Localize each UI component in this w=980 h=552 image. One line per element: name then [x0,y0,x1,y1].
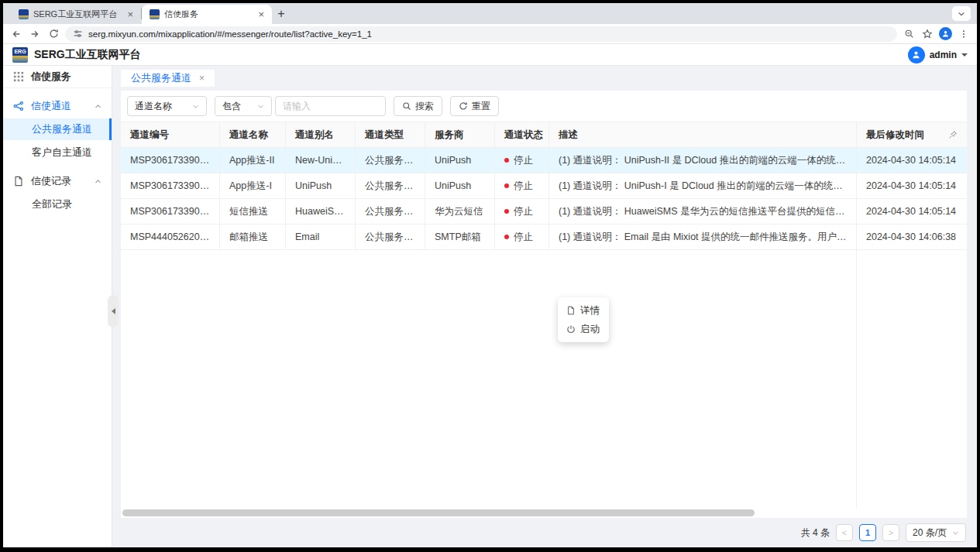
chevron-down-icon [192,103,199,110]
prev-page-button[interactable]: < [836,524,853,541]
channel-table: 通道编号 通道名称 通道别名 通道类型 服务商 通道状态 描述 最后修改时间 [121,122,967,518]
sidebar-item-public-channel[interactable]: 公共服务通道 [3,118,112,140]
cell-description: (1) 通道说明： UniPush-II 是 DCloud 推出的前端的云端一体… [549,148,857,173]
browser-tab-messenger[interactable]: 信使服务 × [142,5,272,24]
tab-close-icon[interactable]: × [126,9,135,19]
filter-bar: 通道名称 包含 搜索 重置 [121,91,967,122]
app-header: ERG SERG工业互联网平台 admin [3,44,977,66]
file-icon [13,176,24,187]
page-tab-close-icon[interactable]: × [199,73,205,84]
filter-field-select[interactable]: 通道名称 [127,96,207,116]
row-context-menu: 详情 启动 [558,297,609,342]
share-branch-icon [13,101,24,111]
sidebar-collapse-handle[interactable] [108,295,119,327]
pagination-total: 共 4 条 [801,526,830,540]
forward-icon[interactable] [28,27,42,41]
cell-channel-name: 短信推送 [220,199,286,225]
table-header-row: 通道编号 通道名称 通道别名 通道类型 服务商 通道状态 描述 最后修改时间 [121,122,967,148]
file-detail-icon [566,306,576,315]
status-dot-icon [504,235,509,239]
bookmark-star-icon[interactable] [920,27,934,41]
back-icon[interactable] [9,27,23,41]
status-text: 停止 [514,206,533,217]
user-avatar-icon[interactable] [908,46,925,63]
cell-description: (1) 通道说明： UniPush-I 是 DCloud 推出的前端的云端一体的… [549,173,857,199]
chevron-up-icon [95,178,101,185]
main-content: 公共服务通道 × 通道名称 包含 [112,66,977,547]
status-dot-icon [504,183,509,188]
pin-icon[interactable] [948,130,958,139]
column-header-name: 通道名称 [220,122,286,148]
new-tab-button[interactable]: + [272,5,291,23]
sidebar-app-root[interactable]: 信使服务 [3,66,112,88]
reset-button-label: 重置 [472,100,490,113]
filter-field-value: 通道名称 [135,100,172,113]
context-menu-detail-label: 详情 [580,304,600,317]
reset-button[interactable]: 重置 [450,96,499,116]
cell-channel-id: MSP3061733900004 [121,148,220,173]
profile-avatar-icon[interactable] [939,27,952,40]
table-row[interactable]: MSP3061733900004 App推送-II New-UniPush 公共… [121,148,967,173]
sidebar-item-customer-channel[interactable]: 客户自主通道 [3,142,112,163]
cell-channel-alias: New-UniPush [286,148,356,173]
pagination: 共 4 条 < 1 > 20 条/页 [112,518,977,547]
page-tab-public-channel[interactable]: 公共服务通道 × [121,70,215,87]
app-logo: ERG [12,47,28,63]
cell-channel-id: MSP4440526200001 [121,225,220,250]
cell-channel-id: MSP3061733900003 [121,173,220,199]
zoom-page-icon[interactable] [902,27,916,41]
cell-channel-name: App推送-II [220,148,286,173]
cell-modified-time: 2024-04-30 14:05:14 [857,173,967,199]
table-row[interactable]: MSP3061733900002 短信推送 HuaweiSMS 公共服务通道 华… [121,199,967,225]
scrollbar-thumb[interactable] [122,509,755,516]
page-size-select[interactable]: 20 条/页 [906,523,966,542]
user-name: admin [930,50,957,60]
sidebar-item-all-records[interactable]: 全部记录 [3,194,112,215]
address-bar[interactable]: serg.mixyun.com/mixapplication/#/messeng… [65,26,897,42]
sidebar-group-label: 信使记录 [31,174,71,188]
search-button[interactable]: 搜索 [394,96,442,116]
cell-channel-type: 公共服务通道 [356,199,425,225]
cell-channel-type: 公共服务通道 [356,173,425,199]
column-header-status: 通道状态 [495,122,549,148]
column-header-modified-label: 最后修改时间 [866,122,924,147]
table-row[interactable]: MSP3061733900003 App推送-I UniPush 公共服务通道 … [121,173,967,199]
sidebar-group-channels[interactable]: 信使通道 [3,95,112,117]
chevron-down-icon [257,103,264,110]
chevron-up-icon [95,103,101,110]
tab-search-chevron-button[interactable] [952,6,971,21]
filter-keyword-input[interactable] [275,96,386,116]
app-title: SERG工业互联网平台 [34,48,141,62]
chevron-down-icon [958,10,965,18]
cell-channel-alias: HuaweiSMS [286,199,356,225]
browser-tab-title: 信使服务 [164,9,252,20]
column-header-provider: 服务商 [425,122,495,148]
horizontal-scrollbar[interactable] [122,509,965,516]
browser-urlbar: serg.mixyun.com/mixapplication/#/messeng… [3,24,977,44]
current-page-button[interactable]: 1 [859,524,876,541]
tab-close-icon[interactable]: × [256,9,266,19]
apps-grid-icon [13,71,24,82]
cell-modified-time: 2024-04-30 14:05:14 [857,148,967,173]
status-dot-icon [504,158,509,163]
status-text: 停止 [514,155,533,166]
column-header-id: 通道编号 [121,122,220,148]
filter-operator-select[interactable]: 包含 [215,96,272,116]
table-row[interactable]: MSP4440526200001 邮箱推送 Email 公共服务通道 SMTP邮… [121,225,967,250]
cell-description: (1) 通道说明： Email 是由 Mixiot 提供的统一邮件推送服务。用户… [549,225,857,250]
cell-provider: UniPush [425,173,495,199]
context-menu-detail[interactable]: 详情 [561,301,606,320]
user-menu[interactable]: admin [908,46,968,63]
app-body: 信使服务 信使通道 公共服务通道 客户自主通道 信使记录 全部记录 [3,66,977,547]
reset-icon [459,101,468,111]
browser-tab-platform[interactable]: SERG工业互联网平台 × [11,5,141,24]
sidebar-group-records[interactable]: 信使记录 [3,170,112,192]
filter-operator-value: 包含 [222,100,241,113]
reload-icon[interactable] [46,27,60,41]
browser-menu-icon[interactable] [957,27,971,41]
next-page-button[interactable]: > [882,524,899,541]
context-menu-start[interactable]: 启动 [561,320,606,338]
favicon [19,9,29,19]
site-info-icon[interactable] [73,29,83,39]
content-card: 通道名称 包含 搜索 重置 [121,91,967,518]
